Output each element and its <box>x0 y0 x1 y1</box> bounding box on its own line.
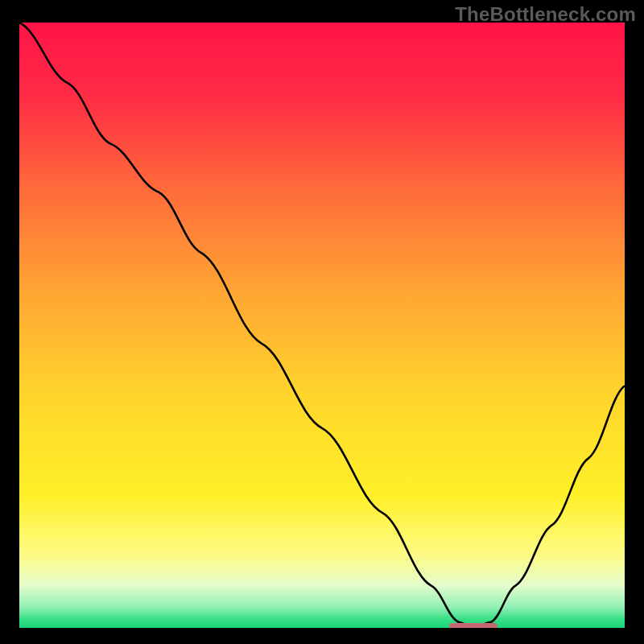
optimal-marker <box>449 623 497 628</box>
watermark-label: TheBottleneck.com <box>455 3 636 26</box>
plot-area <box>19 23 625 628</box>
chart-frame: TheBottleneck.com <box>0 0 644 644</box>
gradient-background <box>19 23 625 628</box>
chart-svg <box>19 23 625 628</box>
